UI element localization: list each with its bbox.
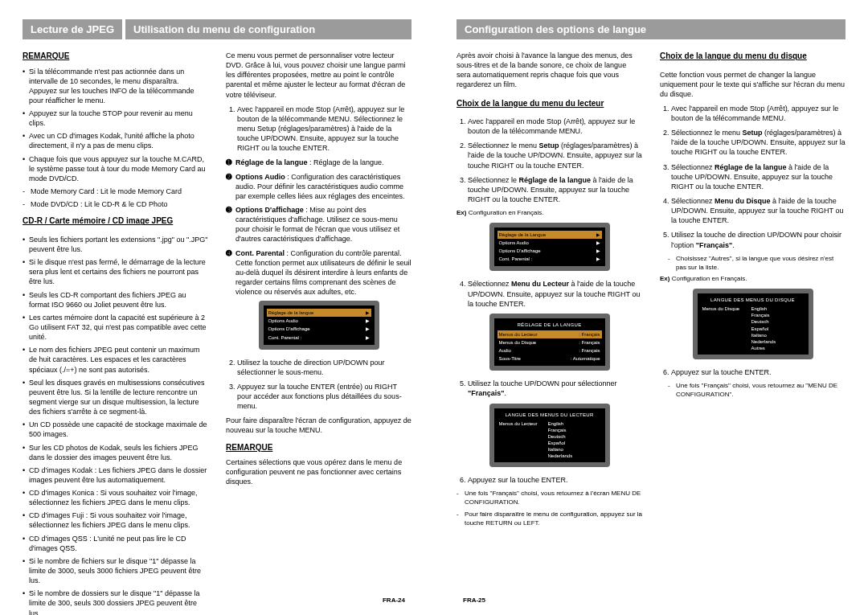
tv-row-value: : Français — [579, 331, 600, 338]
list-item: Le nom des fichiers JPEG peut contenir u… — [23, 345, 208, 374]
tv-screenshot-disc-lang: LANGUE DES MENUS DU DISQUE Menus du Disq… — [693, 289, 813, 359]
tv-title: LANGUE DES MENUS DU LECTEUR — [499, 412, 600, 418]
chevron-right-icon: ▶ — [596, 232, 600, 238]
chevron-right-icon: ▶ — [366, 326, 370, 332]
dash-item: Mode DVD/CD : Lit le CD-R & le CD Photo — [23, 199, 208, 209]
chevron-right-icon: ▶ — [596, 256, 600, 262]
option-num: ➌ — [226, 205, 232, 215]
tv-left-label: Menus du Disque — [702, 305, 747, 351]
list-item: Si le nombre de fichiers sur le disque "… — [23, 556, 208, 585]
right-col1: Après avoir choisi à l'avance la langue … — [457, 51, 642, 531]
tv-screenshot-reglage: Réglage de la Langue▶ Options Audio▶ Opt… — [489, 223, 610, 271]
list-item: CD d'images Konica : Si vous souhaitez v… — [23, 488, 208, 507]
tv-row-label: Options Audio — [499, 240, 529, 246]
list-item: Seuls les fichiers portant les extension… — [23, 235, 208, 254]
step-item: Utilisez la touche de direction UP/DOWN … — [671, 230, 845, 249]
tab-config-menu: Utilisation du menu de configuration — [125, 19, 411, 39]
outro-text: Pour faire disparaître l'écran de config… — [226, 416, 411, 435]
tv-row-value: : Français — [579, 347, 600, 354]
step-item: Sélectionnez le menu Setup (réglages/par… — [468, 141, 642, 170]
page-number-left: FRA-24 — [383, 597, 405, 604]
tv-lang-item: Deutsch — [751, 318, 804, 325]
page-left: Lecture de JPEG Utilisation du menu de c… — [0, 0, 434, 615]
tab-lecture-jpeg: Lecture de JPEG — [23, 19, 122, 39]
tv-screenshot-setup: Réglage de la langue▶ Options Audio▶ Opt… — [259, 301, 379, 349]
option-title: Options Audio — [235, 173, 285, 181]
chevron-right-icon: ▶ — [366, 318, 370, 324]
option-num: ➋ — [226, 172, 232, 182]
header-bar-left: Lecture de JPEG Utilisation du menu de c… — [23, 19, 411, 39]
tv-lang-item: Français — [751, 312, 804, 318]
tv-row-label: Cont. Parental : — [268, 334, 302, 341]
tv-row-label: Audio — [499, 347, 511, 354]
list-item: CD d'images Fuji : Si vous souhaitez voi… — [23, 510, 208, 530]
tv-lang-item: Italiano — [548, 446, 600, 453]
left-col2: Ce menu vous permet de personnaliser vot… — [226, 51, 411, 615]
list-item: Un CD possède une capacité de stockage m… — [23, 420, 208, 439]
option-desc: : Réglage de la langue. — [308, 158, 384, 166]
tv-lang-item: Español — [548, 440, 600, 446]
list-item: Seuls les CD-R comportant des fichiers J… — [23, 290, 208, 310]
dash-item: Mode Memory Card : Lit le mode Memory Ca… — [23, 187, 208, 196]
remark-heading: REMARQUE — [23, 51, 208, 62]
tv-row-value: : Français — [579, 339, 600, 346]
step-item: Utilisez la touche UP/DOWN pour sélectio… — [468, 379, 642, 398]
option-title: Cont. Parental — [235, 249, 285, 257]
tv-lang-item: Nederlands — [548, 453, 600, 459]
tv-screenshot-lang-setting: RÉGLAGE DE LA LANGUE Menus du Lecteur: F… — [489, 314, 610, 371]
tv-row-label: Options D'affichage — [268, 326, 310, 332]
dash-item: Une fois "Français" choisi, vous retourn… — [457, 490, 642, 507]
remark-text: Certaines sélections que vous opérez dan… — [226, 457, 411, 486]
tv-screenshot-player-lang: LANGUE DES MENUS DU LECTEUR Menus du Lec… — [489, 404, 610, 468]
left-col1: REMARQUE Si la télécommande n'est pas ac… — [23, 51, 208, 615]
list-item: Si le nombre de dossiers sur le disque "… — [23, 588, 208, 615]
list-item: CD d'images QSS : L'unité ne peut pas li… — [23, 534, 208, 553]
chevron-right-icon: ▶ — [596, 248, 600, 254]
tv-title: RÉGLAGE DE LA LANGUE — [499, 322, 600, 328]
tv-row-label: Réglage de la langue — [268, 310, 314, 316]
step-item: Avec l'appareil en mode Stop (Arrêt), ap… — [468, 117, 642, 136]
step-3: Appuyez sur la touche ENTER (entrée) ou … — [237, 382, 411, 411]
page-number-right: FRA-25 — [463, 597, 485, 604]
tv-row-label: Menus du Lecteur — [499, 331, 538, 338]
step-item: Sélectionnez Menu du Disque à l'aide de … — [671, 196, 845, 225]
subtitle-player-lang: Choix de la langue du menu du lecteur — [457, 98, 642, 109]
tv-lang-item: Autres — [751, 345, 804, 351]
chevron-right-icon: ▶ — [366, 310, 370, 316]
tv-row-label: Menus du Disque — [499, 339, 537, 346]
subtitle-cdr: CD-R / Carte mémoire / CD image JPEG — [23, 215, 208, 227]
tv-lang-item: Italiano — [751, 332, 804, 338]
list-item: Seul les disques gravés en multisessions… — [23, 378, 208, 417]
example-label: Ex) Configuration en Français. — [660, 275, 845, 284]
tab-lang-config: Configuration des options de langue — [457, 19, 845, 39]
page-right: Configuration des options de langue Aprè… — [434, 0, 868, 615]
note-item: Avec un CD d'images Kodak, l'unité affic… — [23, 131, 208, 150]
dash-item: Une fois "Français" choisi, vous retourn… — [668, 382, 845, 400]
list-item: CD d'images Kodak : Les fichiers JPEG da… — [23, 465, 208, 485]
tv-row-label: Réglage de la Langue — [499, 232, 547, 238]
intro-text: Après avoir choisi à l'avance la langue … — [457, 51, 642, 90]
tv-row-label: Options D'affichage — [499, 248, 541, 254]
step-item: Sélectionnez Réglage de la langue à l'ai… — [671, 162, 845, 191]
tv-lang-item: Nederlands — [751, 338, 804, 345]
step-2: Utilisez la touche de direction UP/DOWN … — [237, 358, 411, 377]
tv-row-value: : Automatique — [571, 355, 600, 362]
tv-row-label: Sous-Titre — [499, 355, 521, 362]
tv-lang-item: Deutsch — [548, 433, 600, 440]
remark-heading: REMARQUE — [226, 442, 411, 453]
note-item: Si la télécommande n'est pas actionnée d… — [23, 67, 208, 106]
step-item: Sélectionnez Menu du Lecteur à l'aide de… — [468, 279, 642, 308]
tv-lang-item: Français — [548, 427, 600, 433]
option-num: ➍ — [226, 248, 232, 258]
intro-text: Ce menu vous permet de personnaliser vot… — [226, 51, 411, 100]
list-item: Si le disque n'est pas fermé, le démarra… — [23, 257, 208, 286]
list-item: Sur les CD photos de Kodak, seuls les fi… — [23, 443, 208, 462]
note-item: Chaque fois que vous appuyez sur la touc… — [23, 154, 208, 183]
option-title: Réglage de la langue — [235, 158, 308, 166]
intro-text: Cette fonction vous permet de changer la… — [660, 70, 845, 99]
tv-title: LANGUE DES MENUS DU DISQUE — [702, 297, 804, 303]
tv-lang-item: English — [548, 420, 600, 427]
tv-row-label: Cont. Parental : — [499, 256, 533, 262]
right-col2: Choix de la langue du menu du disque Cet… — [660, 51, 845, 531]
example-label: Ex) Configuration en Français. — [457, 209, 642, 218]
